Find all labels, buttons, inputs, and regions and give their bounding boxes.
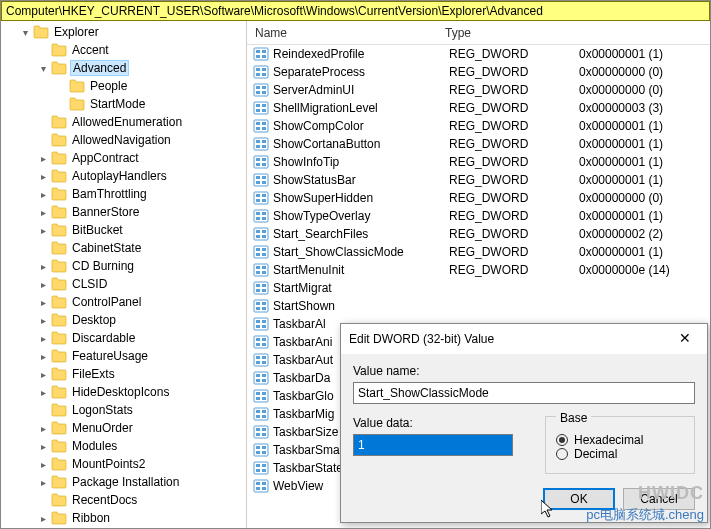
value-row[interactable]: StartMigrat — [247, 279, 710, 297]
tree-item-explorer[interactable]: ▾Explorer — [1, 23, 246, 41]
svg-rect-85 — [254, 354, 268, 366]
value-row[interactable]: StartShown — [247, 297, 710, 315]
tree-item-recentdocs[interactable]: ▸RecentDocs — [1, 491, 246, 509]
value-data: 0x00000001 (1) — [579, 47, 710, 61]
tree-item-menuorder[interactable]: ▸MenuOrder — [1, 419, 246, 437]
tree-item-people[interactable]: ▸People — [1, 77, 246, 95]
value-row[interactable]: SeparateProcessREG_DWORD0x00000000 (0) — [247, 63, 710, 81]
value-data-input[interactable] — [353, 434, 513, 456]
tree-item-advanced[interactable]: ▾Advanced — [1, 59, 246, 77]
chevron-right-icon[interactable]: ▸ — [37, 333, 49, 344]
chevron-right-icon[interactable]: ▸ — [37, 189, 49, 200]
chevron-right-icon[interactable]: ▸ — [37, 225, 49, 236]
folder-icon — [51, 349, 67, 363]
tree-item-autoplayhandlers[interactable]: ▸AutoplayHandlers — [1, 167, 246, 185]
tree-item-modules[interactable]: ▸Modules — [1, 437, 246, 455]
value-row[interactable]: ShowCortanaButtonREG_DWORD0x00000001 (1) — [247, 135, 710, 153]
value-row[interactable]: ShellMigrationLevelREG_DWORD0x00000003 (… — [247, 99, 710, 117]
tree-item-hidedesktopicons[interactable]: ▸HideDesktopIcons — [1, 383, 246, 401]
tree-item-package-installation[interactable]: ▸Package Installation — [1, 473, 246, 491]
value-row[interactable]: ReindexedProfileREG_DWORD0x00000001 (1) — [247, 45, 710, 63]
tree-item-featureusage[interactable]: ▸FeatureUsage — [1, 347, 246, 365]
svg-rect-42 — [262, 194, 266, 197]
tree-item-bitbucket[interactable]: ▸BitBucket — [1, 221, 246, 239]
tree-item-controlpanel[interactable]: ▸ControlPanel — [1, 293, 246, 311]
tree-item-appcontract[interactable]: ▸AppContract — [1, 149, 246, 167]
tree-item-desktop[interactable]: ▸Desktop — [1, 311, 246, 329]
column-type[interactable]: Type — [437, 22, 567, 44]
tree-item-mountpoints2[interactable]: ▸MountPoints2 — [1, 455, 246, 473]
chevron-down-icon[interactable]: ▾ — [19, 27, 31, 38]
tree-item-bamthrottling[interactable]: ▸BamThrottling — [1, 185, 246, 203]
close-button[interactable]: ✕ — [671, 329, 699, 349]
value-row[interactable]: ShowInfoTipREG_DWORD0x00000001 (1) — [247, 153, 710, 171]
dword-icon — [253, 262, 269, 278]
tree-item-discardable[interactable]: ▸Discardable — [1, 329, 246, 347]
chevron-right-icon[interactable]: ▸ — [37, 261, 49, 272]
tree-item-bannerstore[interactable]: ▸BannerStore — [1, 203, 246, 221]
tree-item-allowednavigation[interactable]: ▸AllowedNavigation — [1, 131, 246, 149]
radio-decimal[interactable]: Decimal — [556, 447, 684, 461]
tree-item-label: People — [88, 79, 129, 93]
value-row[interactable]: Start_ShowClassicModeREG_DWORD0x00000001… — [247, 243, 710, 261]
chevron-right-icon[interactable]: ▸ — [37, 441, 49, 452]
cancel-button[interactable]: Cancel — [623, 488, 695, 510]
chevron-right-icon[interactable]: ▸ — [37, 351, 49, 362]
svg-rect-89 — [262, 361, 266, 364]
tree-item-label: Desktop — [70, 313, 118, 327]
svg-rect-106 — [256, 428, 260, 431]
svg-rect-20 — [254, 120, 268, 132]
tree-item-fileexts[interactable]: ▸FileExts — [1, 365, 246, 383]
tree-item-ribbon[interactable]: ▸Ribbon — [1, 509, 246, 527]
chevron-right-icon[interactable]: ▸ — [37, 207, 49, 218]
edit-dword-dialog: Edit DWORD (32-bit) Value ✕ Value name: … — [340, 323, 708, 523]
chevron-right-icon[interactable]: ▸ — [37, 423, 49, 434]
tree-item-label: AutoplayHandlers — [70, 169, 169, 183]
value-row[interactable]: ShowTypeOverlayREG_DWORD0x00000001 (1) — [247, 207, 710, 225]
tree-item-cabinetstate[interactable]: ▸CabinetState — [1, 239, 246, 257]
folder-icon — [51, 385, 67, 399]
value-row[interactable]: ShowSuperHiddenREG_DWORD0x00000000 (0) — [247, 189, 710, 207]
tree-item-cd-burning[interactable]: ▸CD Burning — [1, 257, 246, 275]
chevron-right-icon[interactable]: ▸ — [37, 153, 49, 164]
radio-hexadecimal[interactable]: Hexadecimal — [556, 433, 684, 447]
svg-rect-83 — [256, 343, 260, 346]
value-row[interactable]: StartMenuInitREG_DWORD0x0000000e (14) — [247, 261, 710, 279]
svg-rect-39 — [262, 181, 266, 184]
svg-rect-90 — [254, 372, 268, 384]
value-row[interactable]: Start_SearchFilesREG_DWORD0x00000002 (2) — [247, 225, 710, 243]
value-row[interactable]: ShowCompColorREG_DWORD0x00000001 (1) — [247, 117, 710, 135]
chevron-down-icon[interactable]: ▾ — [37, 63, 49, 74]
chevron-right-icon[interactable]: ▸ — [37, 171, 49, 182]
svg-rect-38 — [256, 181, 260, 184]
tree-item-label: AppContract — [70, 151, 141, 165]
column-name[interactable]: Name — [247, 22, 437, 44]
folder-icon — [51, 475, 67, 489]
tree-item-allowedenumeration[interactable]: ▸AllowedEnumeration — [1, 113, 246, 131]
tree-item-clsid[interactable]: ▸CLSID — [1, 275, 246, 293]
radio-label: Hexadecimal — [574, 433, 643, 447]
value-row[interactable]: ShowStatusBarREG_DWORD0x00000001 (1) — [247, 171, 710, 189]
column-data[interactable] — [567, 29, 710, 37]
value-row[interactable]: ServerAdminUIREG_DWORD0x00000000 (0) — [247, 81, 710, 99]
chevron-right-icon[interactable]: ▸ — [37, 315, 49, 326]
value-name-input[interactable] — [353, 382, 695, 404]
chevron-right-icon[interactable]: ▸ — [37, 459, 49, 470]
chevron-right-icon[interactable]: ▸ — [37, 513, 49, 524]
tree-item-accent[interactable]: ▸Accent — [1, 41, 246, 59]
tree-item-label: Ribbon — [70, 511, 112, 525]
value-data: 0x00000003 (3) — [579, 101, 710, 115]
dword-icon — [253, 154, 269, 170]
chevron-right-icon[interactable]: ▸ — [37, 477, 49, 488]
address-bar[interactable]: Computer\HKEY_CURRENT_USER\Software\Micr… — [1, 1, 710, 21]
chevron-right-icon[interactable]: ▸ — [37, 297, 49, 308]
svg-rect-7 — [262, 68, 266, 71]
chevron-right-icon[interactable]: ▸ — [37, 369, 49, 380]
chevron-right-icon[interactable]: ▸ — [37, 387, 49, 398]
registry-tree[interactable]: ▾Explorer▸Accent▾Advanced▸People▸StartMo… — [1, 21, 247, 528]
ok-button[interactable]: OK — [543, 488, 615, 510]
chevron-right-icon[interactable]: ▸ — [37, 279, 49, 290]
tree-item-logonstats[interactable]: ▸LogonStats — [1, 401, 246, 419]
svg-rect-124 — [262, 487, 266, 490]
tree-item-startmode[interactable]: ▸StartMode — [1, 95, 246, 113]
